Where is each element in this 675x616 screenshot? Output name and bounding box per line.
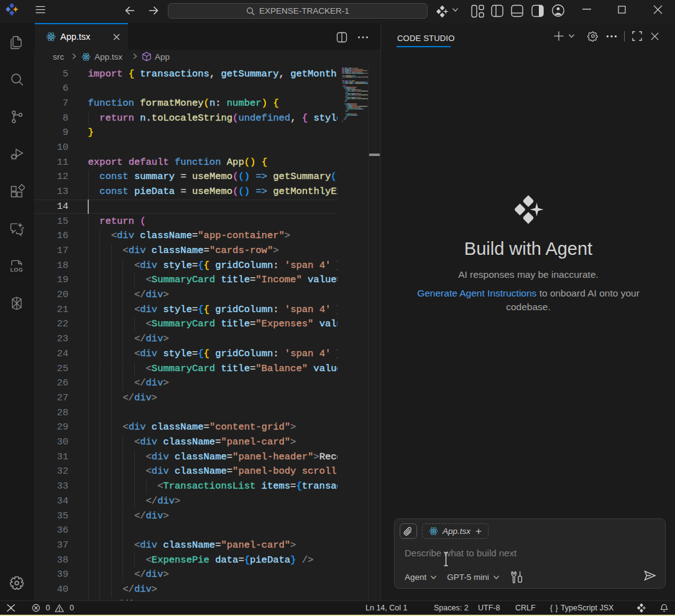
svg-text:LOG: LOG	[10, 267, 23, 273]
